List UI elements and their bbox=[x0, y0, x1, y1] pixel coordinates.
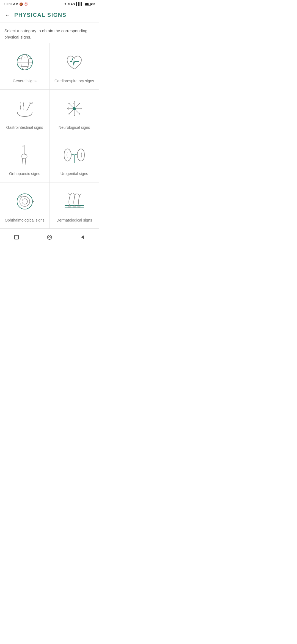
orthopaedic-label: Orthopaedic signs bbox=[9, 171, 40, 177]
ophthalmological-icon bbox=[12, 189, 37, 214]
svg-line-11 bbox=[76, 104, 79, 107]
status-left: 10:52 AM 🔕 ⏰ bbox=[4, 2, 28, 6]
svg-point-18 bbox=[68, 103, 70, 104]
recent-apps-button[interactable] bbox=[12, 232, 21, 242]
registered-icon: ® bbox=[68, 3, 70, 6]
svg-line-23 bbox=[74, 103, 76, 104]
svg-point-33 bbox=[73, 206, 76, 208]
svg-point-29 bbox=[22, 199, 28, 204]
battery-percent: 63 bbox=[92, 2, 95, 6]
page-description: Select a category to obtain the correspo… bbox=[0, 23, 99, 43]
dermatological-label: Dermatological signs bbox=[56, 218, 92, 223]
category-cell-dermatological[interactable]: Dermatological signs bbox=[50, 182, 99, 229]
ophthalmological-label: Ophthalmological signs bbox=[5, 218, 45, 223]
home-button[interactable] bbox=[45, 232, 54, 242]
status-bar: 10:52 AM 🔕 ⏰ ✦ ® 4G ▌▌▌ 63 bbox=[0, 0, 99, 7]
category-grid: General signs Cardiorespiratory signs bbox=[0, 43, 99, 229]
back-button[interactable]: ← bbox=[3, 10, 13, 20]
svg-line-10 bbox=[69, 104, 73, 107]
svg-point-36 bbox=[47, 235, 52, 239]
svg-point-17 bbox=[81, 108, 82, 109]
alarm-icon: ⏰ bbox=[24, 2, 28, 6]
category-cell-ophthalmological[interactable]: Ophthalmological signs bbox=[0, 182, 50, 229]
signal-bars: ▌▌▌ bbox=[76, 2, 83, 6]
neurological-label: Neurological signs bbox=[59, 125, 90, 130]
svg-line-12 bbox=[69, 110, 73, 114]
cardiorespiratory-icon bbox=[62, 50, 87, 75]
gastrointestinal-icon bbox=[12, 96, 37, 121]
page-title: PHYSICAL SIGNS bbox=[14, 12, 67, 18]
svg-point-20 bbox=[68, 113, 70, 114]
bottom-navigation bbox=[0, 229, 99, 247]
urogenital-icon bbox=[62, 143, 87, 167]
battery-icon bbox=[85, 3, 91, 6]
status-right: ✦ ® 4G ▌▌▌ 63 bbox=[64, 2, 95, 6]
svg-marker-38 bbox=[81, 235, 84, 239]
svg-point-32 bbox=[68, 206, 71, 208]
svg-point-21 bbox=[79, 113, 80, 114]
back-arrow-icon: ← bbox=[5, 12, 10, 18]
svg-line-22 bbox=[73, 103, 74, 104]
back-nav-button[interactable] bbox=[78, 232, 87, 242]
urogenital-label: Urogenital signs bbox=[61, 171, 88, 177]
signal-icon: 4G bbox=[71, 2, 75, 6]
svg-point-19 bbox=[79, 103, 80, 104]
svg-line-13 bbox=[76, 110, 79, 114]
app-header: ← PHYSICAL SIGNS bbox=[0, 7, 99, 23]
bluetooth-icon: ✦ bbox=[64, 2, 67, 6]
svg-point-28 bbox=[20, 197, 30, 206]
svg-rect-35 bbox=[15, 235, 18, 239]
category-cell-gastrointestinal[interactable]: Gastrointestinal signs bbox=[0, 90, 50, 136]
svg-point-34 bbox=[78, 206, 80, 208]
orthopaedic-icon bbox=[12, 143, 37, 167]
svg-point-16 bbox=[67, 108, 68, 109]
time-display: 10:52 AM bbox=[4, 2, 18, 6]
general-label: General signs bbox=[13, 78, 36, 84]
svg-point-15 bbox=[74, 115, 75, 116]
category-cell-urogenital[interactable]: Urogenital signs bbox=[50, 136, 99, 182]
mute-icon: 🔕 bbox=[19, 2, 23, 6]
category-cell-neurological[interactable]: Neurological signs bbox=[50, 90, 99, 136]
category-cell-cardiorespiratory[interactable]: Cardiorespiratory signs bbox=[50, 43, 99, 90]
svg-point-37 bbox=[49, 236, 50, 238]
gastrointestinal-label: Gastrointestinal signs bbox=[6, 125, 43, 130]
general-icon bbox=[12, 50, 37, 75]
cardiorespiratory-label: Cardiorespiratory signs bbox=[54, 78, 94, 84]
neurological-icon bbox=[62, 96, 87, 121]
dermatological-icon bbox=[62, 189, 87, 214]
category-cell-orthopaedic[interactable]: Orthopaedic signs bbox=[0, 136, 50, 182]
svg-point-14 bbox=[74, 101, 75, 102]
category-cell-general[interactable]: General signs bbox=[0, 43, 50, 90]
svg-point-5 bbox=[73, 107, 76, 110]
